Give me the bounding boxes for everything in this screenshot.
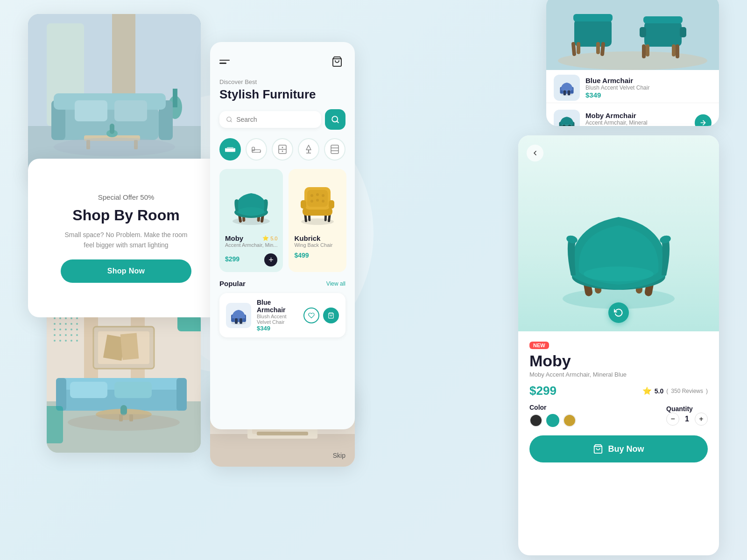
add-to-cart-button[interactable] [323, 308, 339, 323]
cat-bed[interactable] [246, 138, 267, 161]
cabinet-icon [278, 144, 287, 154]
svg-rect-46 [252, 152, 253, 153]
search-button[interactable] [325, 109, 345, 130]
product-moby[interactable]: Moby ⭐ 5.0 Accent Armchair, Min... $299 … [219, 169, 283, 272]
shop-room-title: Shop By Room [72, 207, 179, 224]
svg-rect-105 [646, 44, 649, 56]
right-blue-armchair-info: Blue Armchair Blush Accent Velvet Chair … [585, 77, 712, 99]
quantity-control: − 1 + [666, 413, 708, 426]
quantity-plus[interactable]: + [695, 413, 708, 426]
color-swatch-gold[interactable] [563, 414, 576, 427]
cart-button[interactable] [329, 53, 345, 70]
svg-rect-41 [225, 148, 227, 152]
review-count: ( [666, 388, 668, 394]
right-top-chair-img [546, 0, 719, 70]
svg-rect-104 [676, 44, 679, 58]
products-row: Moby ⭐ 5.0 Accent Armchair, Min... $299 … [219, 169, 345, 272]
cart-icon [331, 56, 343, 67]
svg-rect-95 [574, 19, 612, 47]
moby-armchair-list-item[interactable]: Moby Armchair Accent Armchair, Mineral $… [546, 103, 719, 126]
hamburger-menu[interactable] [219, 60, 230, 64]
svg-rect-100 [596, 42, 600, 54]
popular-header: Popular View all [219, 280, 345, 287]
decor-accent-2 [47, 406, 63, 443]
review-score: 5.0 [655, 387, 663, 395]
blue-armchair-small-img [228, 305, 249, 326]
cat-sofa[interactable] [219, 138, 241, 161]
right-blue-armchair-price: $349 [585, 91, 712, 99]
svg-rect-9 [54, 93, 166, 110]
color-section: Color [529, 404, 576, 427]
interior-image-card [47, 308, 201, 453]
popular-item-blue-armchair[interactable]: Blue Armchair Blush Accent Velvet Chair … [219, 293, 345, 337]
color-swatch-teal[interactable] [546, 414, 559, 427]
right-blue-armchair-sub: Blush Accent Velvet Chair [585, 84, 712, 91]
category-row [219, 138, 345, 161]
svg-point-128 [659, 234, 671, 245]
quantity-label: Quantity [666, 405, 708, 413]
search-input[interactable] [236, 116, 315, 123]
svg-rect-107 [640, 27, 646, 37]
detail-product-sub: Moby Accent Armchair, Mineral Blue [529, 371, 708, 378]
heart-icon [308, 312, 315, 319]
kubrick-img-area [294, 175, 341, 231]
search-input-wrap[interactable] [219, 111, 321, 128]
svg-rect-79 [329, 200, 334, 209]
product-detail-card: NEW Moby Moby Accent Armchair, Mineral B… [518, 135, 719, 555]
moby-large-img [544, 152, 693, 315]
lamp-icon [304, 144, 313, 154]
bag-icon [328, 312, 334, 319]
hamburger-line-1 [219, 60, 230, 61]
blue-armchair-list-item[interactable]: Blue Armchair Blush Accent Velvet Chair … [554, 75, 712, 101]
svg-rect-92 [257, 432, 308, 435]
rotate-button[interactable] [608, 302, 629, 323]
color-swatch-black[interactable] [529, 414, 543, 427]
kubrick-price: $499 [294, 252, 341, 259]
cat-lamp[interactable] [298, 138, 319, 161]
blue-chair-icon [557, 78, 576, 97]
svg-rect-52 [308, 150, 309, 153]
shelf-icon [330, 144, 339, 154]
svg-point-129 [584, 266, 654, 281]
cat-cabinet[interactable] [272, 138, 293, 161]
buy-now-button[interactable]: Buy Now [529, 435, 708, 462]
blue-armchair-thumb [226, 303, 251, 328]
right-blue-armchair-name: Blue Armchair [585, 77, 712, 84]
view-all-link[interactable]: View all [326, 280, 345, 287]
moby-detail-arrow[interactable] [695, 114, 712, 126]
quantity-minus[interactable]: − [666, 413, 679, 426]
search-icon-btn [331, 115, 339, 124]
options-row: Color Quantity − 1 + [529, 404, 708, 427]
detail-body: NEW Moby Moby Accent Armchair, Mineral B… [518, 331, 719, 472]
kubrick-chair-img [294, 177, 341, 228]
cat-shelf[interactable] [324, 138, 345, 161]
svg-rect-71 [307, 190, 328, 207]
shop-room-desc: Small space? No Problem. Make the room f… [61, 230, 191, 251]
svg-rect-78 [301, 200, 306, 209]
skip-button[interactable]: Skip [333, 452, 345, 459]
svg-rect-40 [226, 149, 234, 152]
rotate-icon [614, 308, 623, 317]
star-rating-icon: ⭐ [642, 386, 652, 395]
moby-armchair-sub: Accent Armchair, Mineral [585, 119, 689, 126]
search-row [219, 109, 345, 130]
moby-img-area [225, 175, 277, 231]
back-button[interactable] [527, 145, 543, 161]
app-subtitle: Discover Best [219, 78, 345, 85]
svg-point-75 [310, 200, 313, 203]
moby-price: $299 [225, 255, 240, 263]
app-title: Stylish Furniture [219, 87, 345, 102]
review-count-val: 350 Reviews [671, 388, 703, 394]
svg-point-72 [310, 194, 313, 197]
add-moby-button[interactable]: + [264, 253, 277, 266]
wishlist-button[interactable] [303, 308, 319, 323]
list-item-actions [303, 308, 339, 323]
room-illustration [28, 14, 201, 182]
svg-rect-113 [564, 90, 566, 95]
hamburger-line-2 [219, 63, 226, 64]
moby-rating: ⭐ 5.0 [262, 235, 277, 241]
blue-armchair-thumb-small [554, 75, 580, 101]
product-kubrick[interactable]: Kubrick Wing Back Chair $499 [289, 169, 346, 272]
svg-rect-42 [233, 148, 235, 152]
shop-now-button[interactable]: Shop Now [61, 259, 191, 283]
